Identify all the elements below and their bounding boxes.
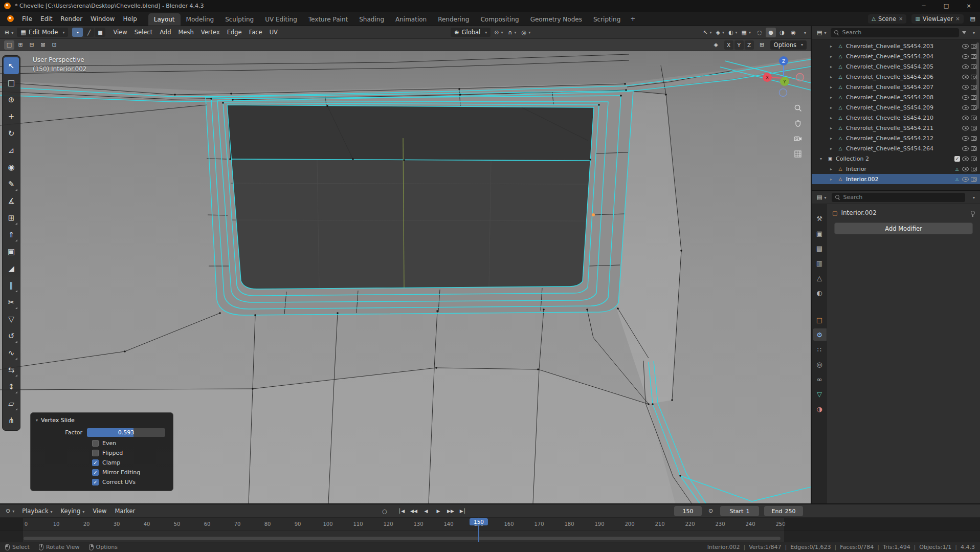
operator-panel-header[interactable]: ▾ Vertex Slide [36, 417, 168, 424]
tab-texture-paint[interactable]: Texture Paint [303, 13, 353, 26]
gizmo-toggle-icon[interactable]: ◈ [711, 40, 721, 50]
option-checkbox[interactable] [92, 450, 99, 456]
proportional-editing-icon[interactable]: ◎ [520, 28, 532, 37]
jump-to-end-button[interactable]: ▶│ [457, 506, 469, 516]
outliner-scrollbar[interactable] [976, 42, 979, 109]
axis-z-button[interactable]: Z [745, 40, 754, 50]
visibility-eye-icon[interactable] [962, 146, 969, 151]
outliner-search-input[interactable]: Search [831, 28, 959, 37]
tab-uv-editing[interactable]: UV Editing [259, 13, 303, 26]
overlays-dropdown-icon[interactable]: ◐ [727, 28, 739, 37]
visibility-eye-icon[interactable] [962, 95, 969, 100]
render-camera-icon[interactable] [971, 136, 977, 141]
tab-scripting[interactable]: Scripting [588, 13, 626, 26]
viewport-canvas[interactable]: User Perspective (150) Interior.002 ↖□⊕+… [0, 51, 811, 503]
constraints-tab[interactable]: ∞ [813, 373, 827, 385]
options-dropdown[interactable]: Options [770, 40, 807, 50]
menu-help[interactable]: Help [119, 14, 141, 24]
factor-slider[interactable]: 0.593 [87, 428, 165, 437]
navigation-gizmo[interactable]: Z X Y [762, 55, 805, 98]
axis-x-button[interactable]: X [724, 40, 733, 50]
outliner-row[interactable]: ▸ △ Chevrolet_Chevelle_SS454.208 [812, 92, 980, 102]
expand-chevron-icon[interactable]: ▸ [830, 116, 835, 120]
rotate-tool[interactable]: ↻ [4, 125, 19, 142]
expand-chevron-icon[interactable]: ▸ [830, 167, 835, 171]
physics-tab[interactable]: ◎ [813, 358, 827, 370]
add-cube-tool[interactable]: ⊞ [4, 209, 19, 226]
outliner-item-label[interactable]: Chevrolet_Chevelle_SS454.210 [846, 115, 952, 121]
move-tool[interactable]: + [4, 108, 19, 125]
add-workspace-button[interactable]: + [626, 15, 639, 23]
outliner-row[interactable]: ▸ △ Chevrolet_Chevelle_SS454.212 [812, 133, 980, 143]
outliner-row[interactable]: ▾ ▣ Collection 2 [812, 153, 980, 164]
outliner-item-label[interactable]: Interior [846, 166, 952, 172]
menu-uv[interactable]: UV [266, 28, 281, 37]
material-tab[interactable]: ◑ [813, 403, 827, 415]
scale-tool[interactable]: ⊿ [4, 142, 19, 159]
rip-region-tool[interactable]: ⋔ [4, 412, 19, 429]
modifiers-tab[interactable]: ⚙ [813, 328, 827, 341]
visibility-dropdown-icon[interactable]: ↖ [701, 28, 713, 37]
outliner-item-label[interactable]: Chevrolet_Chevelle_SS454.209 [846, 104, 952, 111]
outliner-row[interactable]: ▸ △ Interior.002 △ [812, 174, 980, 184]
vertex-select-mode[interactable]: ∙ [72, 28, 83, 37]
expand-chevron-icon[interactable]: ▸ [830, 95, 835, 100]
menu-mesh[interactable]: Mesh [174, 28, 197, 37]
option-checkbox[interactable] [92, 479, 99, 485]
current-frame-field[interactable]: 150 [674, 506, 702, 516]
pivot-point-icon[interactable]: ⊙ [493, 28, 504, 37]
menu-view[interactable]: View [109, 28, 130, 37]
tab-geometry-nodes[interactable]: Geometry Nodes [525, 13, 588, 26]
timeline-editor-type-icon[interactable]: ⊙ [4, 506, 16, 515]
outliner-row[interactable]: ▸ △ Chevrolet_Chevelle_SS454.264 [812, 143, 980, 153]
frame-end-field[interactable]: End 250 [764, 506, 803, 516]
pin-icon[interactable] [971, 211, 975, 215]
visibility-eye-icon[interactable] [962, 85, 969, 90]
select-invert-mode[interactable]: ⊠ [38, 40, 48, 50]
menu-file[interactable]: File [18, 14, 36, 24]
wireframe-shading-icon[interactable]: ◌ [754, 28, 765, 37]
snap-widget-icon[interactable]: ⊞ [757, 40, 767, 50]
visibility-eye-icon[interactable] [962, 116, 969, 120]
menu-face[interactable]: Face [246, 28, 266, 37]
visibility-eye-icon[interactable] [962, 126, 969, 130]
view-menu[interactable]: View [88, 506, 110, 516]
view-layer-tab[interactable]: ▥ [813, 257, 827, 269]
collection-checkbox[interactable] [954, 156, 960, 162]
render-camera-icon[interactable] [971, 146, 977, 151]
filter-icon[interactable] [962, 31, 966, 34]
tool-tab[interactable]: ⚒ [813, 212, 827, 225]
outliner-row[interactable]: ▸ △ Chevrolet_Chevelle_SS454.209 [812, 102, 980, 113]
tab-shading[interactable]: Shading [353, 13, 390, 26]
object-tab[interactable]: □ [813, 314, 827, 326]
outliner-row[interactable]: ▸ △ Chevrolet_Chevelle_SS454.205 [812, 61, 980, 72]
measure-tool[interactable]: ∡ [4, 192, 19, 209]
prev-keyframe-button[interactable]: ◀◀ [408, 506, 419, 516]
scene-selector[interactable]: △ Scene × [868, 14, 906, 24]
xray-toggle-icon[interactable]: ▦ [740, 28, 752, 37]
editor-type-icon[interactable]: ⊞ [3, 28, 15, 37]
particles-tab[interactable]: ∷ [813, 343, 827, 356]
expand-chevron-icon[interactable]: ▸ [830, 64, 835, 69]
snap-magnet-icon[interactable]: ∩ [507, 28, 518, 37]
add-modifier-button[interactable]: Add Modifier [834, 223, 973, 234]
render-camera-icon[interactable] [971, 167, 977, 171]
expand-chevron-icon[interactable]: ▸ [830, 105, 835, 110]
outliner-row[interactable]: ▸ △ Interior △ [812, 164, 980, 174]
expand-chevron-icon[interactable]: ▸ [830, 136, 835, 141]
maximize-button[interactable]: □ [935, 0, 957, 12]
orthographic-toggle-icon[interactable] [792, 148, 804, 160]
topbar-corner-icon[interactable]: ▤ [969, 14, 977, 23]
outliner-row[interactable]: ▸ △ Chevrolet_Chevelle_SS454.210 [812, 113, 980, 123]
expand-chevron-icon[interactable]: ▸ [830, 85, 835, 90]
mode-dropdown[interactable]: ▦ Edit Mode [17, 28, 68, 37]
select-subtract-mode[interactable]: ⊟ [27, 40, 37, 50]
visibility-eye-icon[interactable] [962, 44, 969, 49]
zoom-icon[interactable] [792, 102, 804, 114]
expand-chevron-icon[interactable]: ▸ [830, 126, 835, 130]
timeline-scrollbar[interactable] [24, 537, 781, 540]
outliner-row[interactable]: ▸ △ Chevrolet_Chevelle_SS454.206 [812, 72, 980, 82]
smooth-tool[interactable]: ∿ [4, 344, 19, 361]
select-box-tool[interactable]: □ [4, 74, 19, 91]
gizmos-dropdown-icon[interactable]: ◈ [714, 28, 725, 37]
